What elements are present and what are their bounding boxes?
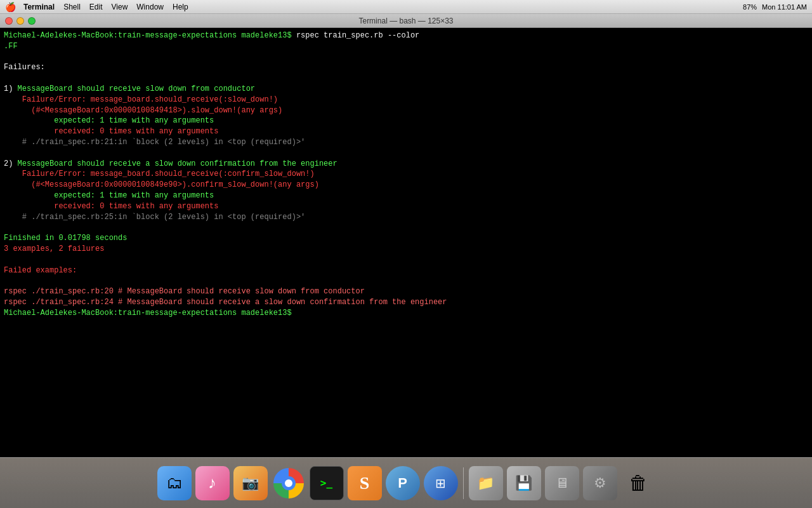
dock-itunes[interactable]: ♪	[195, 466, 230, 500]
dock: 🗂 ♪ 📷 >_ S P ⊞ 📁 💾 🖥 ⚙ 🗑	[0, 457, 812, 508]
menu-view[interactable]: View	[112, 3, 128, 11]
menubar-right: 87% Mon 11:01 AM	[743, 3, 807, 11]
terminal-line-test1-obj: (#<MessageBoard:0x00000100849418>).slow_…	[4, 105, 808, 116]
terminal-output[interactable]: Michael-Adelekes-MacBook:train-message-e…	[0, 28, 812, 457]
test1-name: MessageBoard should receive slow down fr…	[13, 84, 255, 93]
failures-label: Failures:	[4, 63, 45, 72]
terminal-line-test1-hash: # ./train_spec.rb:21:in `block (2 levels…	[4, 137, 808, 148]
dock-pinger[interactable]: P	[386, 466, 420, 500]
menu-terminal[interactable]: Terminal	[23, 3, 55, 11]
terminal-line-prompt1: Michael-Adelekes-MacBook:train-message-e…	[4, 30, 808, 41]
test1-received: received: 0 times with any arguments	[4, 127, 218, 136]
terminal-line-failures: Failures:	[4, 62, 808, 73]
test1-object: (#<MessageBoard:0x00000100849418>).slow_…	[4, 106, 282, 115]
terminal-line-test1-fail: Failure/Error: message_board.should_rece…	[4, 95, 808, 105]
menu-bar: 🍎 Terminal Shell Edit View Window Help 8…	[0, 0, 812, 14]
dock-terminal[interactable]: >_	[310, 466, 344, 500]
prompt2-text: Michael-Adelekes-MacBook:train-message-e…	[4, 309, 292, 318]
command-text: rspec train_spec.rb --color	[292, 31, 420, 40]
minimize-button[interactable]	[16, 17, 24, 25]
terminal-line-test1: 1) MessageBoard should receive slow down…	[4, 84, 808, 95]
dock-sublime[interactable]: S	[348, 466, 382, 500]
menu-window[interactable]: Window	[136, 3, 164, 11]
terminal-line-prompt2: Michael-Adelekes-MacBook:train-message-e…	[4, 308, 808, 319]
examples-text: 3 examples, 2 failures	[4, 244, 104, 253]
terminal-line-test2-hash: # ./train_spec.rb:25:in `block (2 levels…	[4, 212, 808, 223]
terminal-line-blank3	[4, 148, 808, 159]
test2-object: (#<MessageBoard:0x00000100849e90>).confi…	[4, 180, 319, 189]
dock-app4[interactable]: ⚙	[583, 466, 617, 500]
prompt-text: Michael-Adelekes-MacBook:train-message-e…	[4, 31, 292, 40]
terminal-line-test2-fail: Failure/Error: message_board.should_rece…	[4, 169, 808, 180]
test2-number: 2)	[4, 159, 13, 168]
terminal-line-finished: Finished in 0.01798 seconds	[4, 233, 808, 244]
test2-expected: expected: 1 time with any arguments	[4, 191, 214, 200]
terminal-line-test2-rec: received: 0 times with any arguments	[4, 201, 808, 212]
terminal-line-blank2	[4, 73, 808, 84]
dock-separator	[463, 467, 464, 499]
test1-number: 1)	[4, 84, 13, 93]
dock-app3[interactable]: 🖥	[545, 466, 579, 500]
dock-finder[interactable]: 🗂	[157, 466, 192, 500]
battery-status: 87%	[743, 3, 757, 11]
menu-help[interactable]: Help	[173, 3, 188, 11]
terminal-line-test1-rec: received: 0 times with any arguments	[4, 126, 808, 137]
maximize-button[interactable]	[28, 17, 36, 25]
menu-edit[interactable]: Edit	[89, 3, 103, 11]
ff-text: .FF	[4, 42, 18, 51]
menu-shell[interactable]: Shell	[63, 3, 81, 11]
clock: Mon 11:01 AM	[762, 3, 807, 11]
test2-failure: Failure/Error: message_board.should_rece…	[4, 170, 315, 178]
terminal-line-test2: 2) MessageBoard should receive a slow do…	[4, 159, 808, 170]
terminal-line-failed-cmd1: rspec ./train_spec.rb:20 # MessageBoard …	[4, 286, 808, 297]
dock-app1[interactable]: 📁	[469, 466, 503, 500]
dock-screenhero[interactable]: ⊞	[424, 466, 458, 500]
failed-cmd2: rspec ./train_spec.rb:24 # MessageBoard …	[4, 298, 447, 307]
test2-name: MessageBoard should receive a slow down …	[13, 159, 337, 168]
test1-expected: expected: 1 time with any arguments	[4, 116, 214, 125]
terminal-line-examples: 3 examples, 2 failures	[4, 244, 808, 255]
apple-menu[interactable]: 🍎	[5, 2, 16, 12]
dock-trash[interactable]: 🗑	[621, 466, 655, 500]
terminal-window[interactable]: Michael-Adelekes-MacBook:train-message-e…	[0, 28, 812, 457]
close-button[interactable]	[5, 17, 13, 25]
terminal-line-test2-obj: (#<MessageBoard:0x00000100849e90>).confi…	[4, 180, 808, 190]
test2-received: received: 0 times with any arguments	[4, 202, 218, 211]
terminal-line-blank1	[4, 52, 808, 63]
window-controls[interactable]	[5, 17, 36, 25]
test1-hash: # ./train_spec.rb:21:in `block (2 levels…	[4, 138, 305, 147]
dock-chrome[interactable]	[272, 466, 306, 500]
terminal-line-failed-label: Failed examples:	[4, 265, 808, 276]
dock-photos[interactable]: 📷	[233, 466, 268, 500]
terminal-line-blank6	[4, 276, 808, 286]
terminal-line-blank4	[4, 222, 808, 233]
terminal-line-test2-exp: expected: 1 time with any arguments	[4, 190, 808, 201]
window-titlebar: Terminal — bash — 125×33	[0, 14, 812, 28]
dock-app2[interactable]: 💾	[507, 466, 541, 500]
terminal-line-blank5	[4, 255, 808, 265]
terminal-line-ff: .FF	[4, 41, 808, 52]
failed-cmd1: rspec ./train_spec.rb:20 # MessageBoard …	[4, 287, 365, 296]
terminal-line-failed-cmd2: rspec ./train_spec.rb:24 # MessageBoard …	[4, 297, 808, 308]
test2-hash: # ./train_spec.rb:25:in `block (2 levels…	[4, 213, 305, 222]
test1-failure: Failure/Error: message_board.should_rece…	[4, 95, 278, 104]
terminal-line-test1-exp: expected: 1 time with any arguments	[4, 116, 808, 126]
failed-examples-label: Failed examples:	[4, 266, 77, 275]
finished-text: Finished in 0.01798 seconds	[4, 234, 127, 243]
window-title: Terminal — bash — 125×33	[358, 17, 453, 25]
